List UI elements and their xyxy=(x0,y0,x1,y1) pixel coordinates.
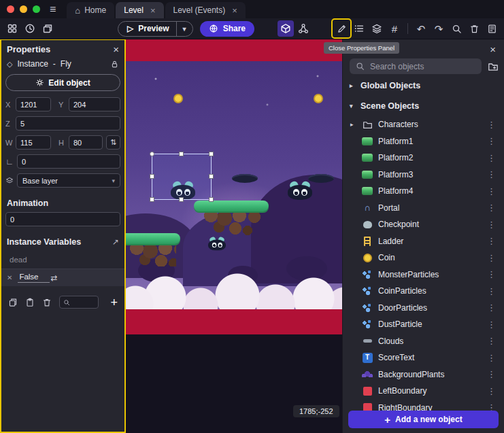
item-menu-icon[interactable]: ⋮ xyxy=(484,203,499,213)
resize-handle[interactable] xyxy=(150,174,154,179)
variable-value-row[interactable]: ✕ False ⇄ xyxy=(0,269,126,286)
toggle-boolean-icon[interactable]: ⇄ xyxy=(51,273,58,283)
properties-panel-toggle-icon[interactable] xyxy=(333,20,350,37)
object-row-leftboundary[interactable]: LeftBoundary ⋮ xyxy=(343,383,504,400)
coin-instance[interactable] xyxy=(173,94,183,103)
object-row-platform3[interactable]: Platform3 ⋮ xyxy=(343,167,504,184)
grid-toggle-icon[interactable]: # xyxy=(386,20,403,37)
open-events-icon[interactable] xyxy=(484,20,500,37)
object-row-doorparticles[interactable]: DoorParticles ⋮ xyxy=(343,300,504,317)
sleeping-fly-instance[interactable] xyxy=(232,174,258,183)
item-menu-icon[interactable]: ⋮ xyxy=(484,169,499,179)
objects-search[interactable] xyxy=(350,58,482,74)
object-row-coin[interactable]: Coin ⋮ xyxy=(343,249,504,266)
edit-object-button[interactable]: Edit object xyxy=(5,74,120,91)
selection-box[interactable] xyxy=(152,154,212,200)
undo-icon[interactable]: ↶ xyxy=(413,20,429,37)
item-menu-icon[interactable]: ⋮ xyxy=(484,353,499,363)
item-menu-icon[interactable]: ⋮ xyxy=(484,336,499,346)
scene-stack-icon[interactable] xyxy=(39,20,56,37)
x-input[interactable] xyxy=(16,97,51,111)
object-row-platform1[interactable]: Platform1 ⋮ xyxy=(343,133,504,150)
close-properties-icon[interactable]: × xyxy=(113,44,119,54)
z-input[interactable] xyxy=(16,116,120,131)
item-menu-icon[interactable]: ⋮ xyxy=(484,253,499,263)
trash-icon[interactable] xyxy=(42,298,52,307)
close-tab-icon[interactable]: × xyxy=(232,6,237,15)
variable-name-row[interactable]: dead xyxy=(0,251,126,269)
preview-button[interactable]: ▷ Preview ▾ xyxy=(118,21,193,37)
project-manager-icon[interactable] xyxy=(4,20,20,37)
minimize-window-button[interactable] xyxy=(20,5,27,13)
share-button[interactable]: Share xyxy=(200,21,254,37)
resize-handle[interactable] xyxy=(150,197,154,202)
item-menu-icon[interactable]: ⋮ xyxy=(484,319,499,330)
item-menu-icon[interactable]: ⋮ xyxy=(484,269,499,279)
object-row-checkpoint[interactable]: Checkpoint ⋮ xyxy=(343,216,504,233)
lock-icon[interactable] xyxy=(110,60,119,69)
rotation-input[interactable] xyxy=(17,154,120,169)
fly-instance[interactable] xyxy=(288,182,312,200)
delete-icon[interactable] xyxy=(466,20,482,37)
maximize-window-button[interactable] xyxy=(33,5,40,13)
resize-handle[interactable] xyxy=(209,197,214,202)
layers-panel-icon[interactable] xyxy=(369,20,385,37)
coin-instance[interactable] xyxy=(314,94,323,103)
item-menu-icon[interactable]: ⋮ xyxy=(484,153,499,163)
lock-aspect-ratio-icon[interactable]: ⇅ xyxy=(106,135,120,150)
item-menu-icon[interactable]: ⋮ xyxy=(484,286,499,296)
folder-row-characters[interactable]: ▸ Characters ⋮ xyxy=(343,116,504,133)
close-objects-panel-icon[interactable]: × xyxy=(490,44,496,54)
item-menu-icon[interactable]: ⋮ xyxy=(484,220,499,230)
platform-instance[interactable] xyxy=(194,201,269,238)
animation-input[interactable] xyxy=(5,212,120,226)
object-row-platform4[interactable]: Platform4 ⋮ xyxy=(343,183,504,200)
section-scene-objects[interactable]: ▾ Scene Objects xyxy=(343,96,504,116)
width-input[interactable] xyxy=(16,135,51,150)
clouds-instance[interactable] xyxy=(126,269,342,309)
item-menu-icon[interactable]: ⋮ xyxy=(484,120,499,130)
resize-handle[interactable] xyxy=(150,152,154,156)
add-new-object-button[interactable]: + Add a new object xyxy=(348,411,499,428)
object-row-monsterparticles[interactable]: MonsterParticles ⋮ xyxy=(343,266,504,283)
item-menu-icon[interactable]: ⋮ xyxy=(484,369,499,379)
objects-search-input[interactable] xyxy=(370,62,475,71)
item-menu-icon[interactable]: ⋮ xyxy=(484,302,499,313)
objects-panel-toggle-icon[interactable] xyxy=(278,20,294,37)
object-row-portal[interactable]: ∩ Portal ⋮ xyxy=(343,200,504,217)
history-icon[interactable] xyxy=(22,20,38,37)
object-row-scoretext[interactable]: T ScoreText ⋮ xyxy=(343,349,504,366)
object-row-dustparticle[interactable]: DustParticle ⋮ xyxy=(343,316,504,333)
bottom-boundary-instance[interactable] xyxy=(126,309,342,334)
object-row-ladder[interactable]: Ladder ⋮ xyxy=(343,233,504,250)
item-menu-icon[interactable]: ⋮ xyxy=(484,236,499,246)
resize-handle[interactable] xyxy=(209,152,214,156)
section-global-objects[interactable]: ▸ Global Objects xyxy=(343,75,504,96)
main-menu-icon[interactable]: ≡ xyxy=(50,4,56,15)
add-variable-icon[interactable]: + xyxy=(110,296,118,309)
object-row-backgroundplants[interactable]: BackgroundPlants ⋮ xyxy=(343,366,504,383)
zoom-icon[interactable] xyxy=(448,20,465,37)
tab-home[interactable]: ⌂ Home xyxy=(67,2,114,18)
item-menu-icon[interactable]: ⋮ xyxy=(484,186,499,196)
object-row-coinparticles[interactable]: CoinParticles ⋮ xyxy=(343,283,504,300)
height-input[interactable] xyxy=(69,135,103,150)
object-row-clouds[interactable]: Clouds ⋮ xyxy=(343,333,504,350)
tab-level[interactable]: Level × xyxy=(116,2,163,18)
variables-search[interactable] xyxy=(59,296,99,309)
open-variables-editor-icon[interactable]: ↗ xyxy=(112,237,119,247)
variable-value[interactable]: False xyxy=(18,273,49,283)
item-menu-icon[interactable]: ⋮ xyxy=(484,386,499,396)
preview-options-caret-icon[interactable]: ▾ xyxy=(176,22,192,36)
tab-level-events[interactable]: Level (Events) × xyxy=(165,2,246,18)
top-boundary-instance[interactable] xyxy=(126,39,342,61)
resize-handle[interactable] xyxy=(179,197,184,202)
redo-icon[interactable]: ↷ xyxy=(431,20,447,37)
fly-instance[interactable] xyxy=(208,238,226,251)
layer-select[interactable]: Base layer ▾ xyxy=(17,173,120,188)
close-window-button[interactable] xyxy=(7,5,14,13)
object-groups-icon[interactable] xyxy=(295,20,312,37)
resize-handle[interactable] xyxy=(209,174,214,179)
item-menu-icon[interactable]: ⋮ xyxy=(484,136,499,146)
close-tab-icon[interactable]: × xyxy=(150,6,156,15)
